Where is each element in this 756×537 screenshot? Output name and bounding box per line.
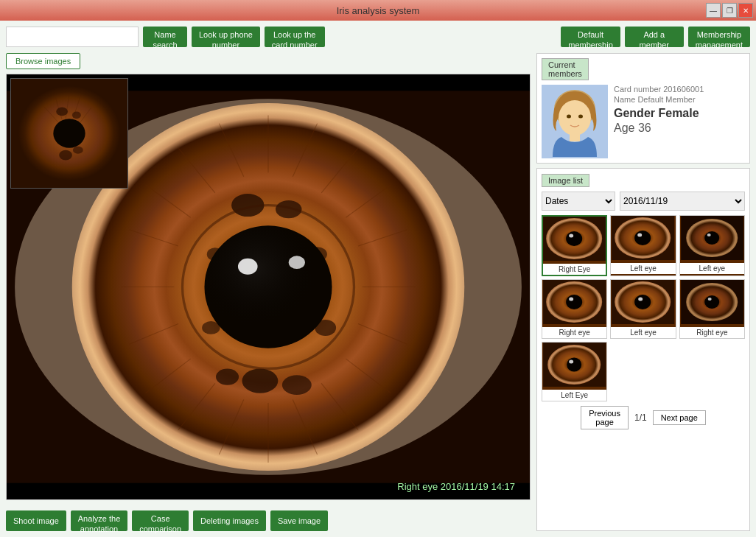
right-panel: Current members [536,53,750,531]
svg-point-8 [56,107,68,116]
eye-thumb-2[interactable]: Left eye [610,215,676,276]
svg-point-56 [566,231,582,246]
svg-point-57 [569,234,573,238]
svg-point-64 [704,231,719,245]
svg-point-9 [72,111,81,119]
main-window: Iris analysis system — ❐ ✕ Name search L… [0,0,756,537]
eye-thumb-5[interactable]: Left eye [610,279,676,339]
top-toolbar: Name search Look up phone number Look up… [6,27,750,47]
restore-button[interactable]: ❐ [722,3,737,18]
lookup-card-button[interactable]: Look up the card number [265,27,325,47]
card-number: Card number 201606001 [614,85,745,94]
svg-point-39 [216,368,239,385]
thumbnail-overlay [10,78,128,189]
previous-page-button[interactable]: Previous page [581,406,629,429]
member-info: Card number 201606001 Name Default Membe… [542,85,745,158]
svg-point-52 [578,114,583,118]
search-input[interactable] [6,27,139,47]
member-age: Age 36 [614,122,745,135]
svg-point-38 [282,375,312,395]
eye-thumb-label-3: Left eye [680,263,744,274]
svg-point-45 [204,225,332,348]
svg-point-69 [569,298,573,301]
eye-thumb-4[interactable]: Right eye [542,279,607,339]
svg-point-11 [73,147,83,154]
image-info-text: Right eye 2016/11/19 14:17 [397,481,515,492]
page-info: 1/1 [634,413,647,423]
left-panel: Browse images [6,53,531,531]
eye-thumb-7[interactable]: Left Eye [542,342,607,401]
eye-thumb-label-4: Right eye [542,327,606,338]
eye-thumb-1[interactable]: Right Eye [542,215,607,276]
default-membership-button[interactable]: Default membership [561,27,620,47]
eye-thumb-label-6: Right eye [680,327,744,338]
svg-point-10 [59,150,72,161]
next-page-button[interactable]: Next page [653,410,706,425]
analyze-annotation-button[interactable]: Analyze the annotation [71,510,127,531]
member-section: Current members [536,53,750,164]
bottom-toolbar: Shoot image Analyze the annotation Case … [6,510,531,531]
member-gender: Gender Female [614,107,745,120]
eye-thumb-label-5: Left eye [611,327,675,338]
lookup-phone-button[interactable]: Look up phone number [192,27,260,47]
svg-point-80 [567,358,581,372]
name-search-button[interactable]: Name search [143,27,187,47]
svg-point-81 [569,360,573,364]
title-bar: Iris analysis system — ❐ ✕ [0,0,756,21]
main-area: Browse images [6,53,750,531]
svg-point-47 [289,256,305,269]
svg-point-72 [634,295,651,309]
close-button[interactable]: ✕ [738,3,753,18]
eye-thumb-label-2: Left eye [611,263,675,274]
date-select[interactable]: 2016/11/19 [620,192,745,211]
browse-images-button[interactable]: Browse images [6,53,80,69]
window-title: Iris analysis system [337,5,420,16]
browse-container: Browse images [6,53,531,69]
image-list-header: Dates 2016/11/19 [542,192,745,211]
svg-point-51 [567,114,571,118]
svg-point-77 [707,298,711,301]
image-list-label: Image list [542,174,589,187]
save-image-button[interactable]: Save image [270,510,328,531]
membership-management-button[interactable]: Membership management [688,27,750,47]
image-list-section: Image list Dates 2016/11/19 [536,168,750,531]
svg-point-68 [566,295,582,309]
svg-point-37 [242,368,279,393]
current-members-label: Current members [542,58,589,80]
svg-point-2 [53,119,85,147]
dates-select[interactable]: Dates [542,192,615,211]
main-image-container[interactable]: Right eye 2016/11/19 14:17 [6,74,531,500]
content-area: Name search Look up phone number Look up… [0,21,756,537]
svg-point-46 [238,259,258,275]
case-comparison-button[interactable]: Case comparison [132,510,189,531]
minimize-button[interactable]: — [706,3,721,18]
member-name: Name Default Member [614,95,745,104]
window-controls: — ❐ ✕ [706,3,753,18]
thumb-iris-image [11,79,127,188]
deleting-images-button[interactable]: Deleting images [193,510,266,531]
eye-thumb-3[interactable]: Left eye [679,215,745,276]
svg-point-50 [559,100,591,136]
image-grid: Right Eye [542,215,745,401]
svg-point-60 [634,231,651,245]
member-details: Card number 201606001 Name Default Membe… [614,85,745,135]
svg-point-61 [637,234,642,237]
svg-point-76 [704,295,719,309]
pagination: Previous page 1/1 Next page [542,406,745,429]
member-avatar [542,85,608,158]
eye-thumb-6[interactable]: Right eye [679,279,745,339]
eye-thumb-label-1: Right Eye [543,264,606,275]
svg-point-73 [638,298,643,301]
eye-thumb-label-7: Left Eye [542,390,606,401]
svg-rect-53 [570,133,580,141]
svg-point-65 [707,234,710,236]
add-member-button[interactable]: Add a member [625,27,684,47]
shoot-image-button[interactable]: Shoot image [6,510,66,531]
